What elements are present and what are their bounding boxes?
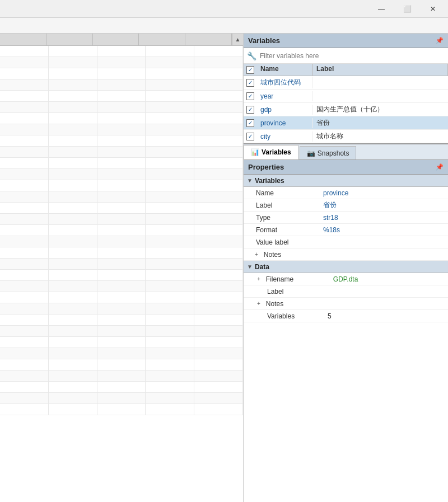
grid-cell [146, 348, 194, 359]
table-row [0, 102, 243, 113]
prop-row-name: Value label [253, 237, 320, 247]
var-row[interactable]: ✓city城市名称 [244, 130, 448, 143]
prop-filename-row: + Filename GDP.dta [244, 273, 448, 285]
grid-cell [194, 191, 243, 202]
var-row[interactable]: ✓province省份 [244, 116, 448, 130]
header-name: Name [257, 64, 313, 76]
grid-cell [146, 404, 194, 415]
prop-variables-section[interactable]: ▼ Variables [244, 175, 448, 187]
grid-cell [146, 46, 194, 57]
prop-row: Label省份 [244, 199, 448, 212]
checkbox-icon: ✓ [246, 133, 254, 140]
grid-cell [49, 46, 97, 57]
var-label: 城市名称 [313, 130, 448, 142]
prop-data-section[interactable]: ▼ Data [244, 261, 448, 273]
grid-cell [194, 147, 243, 157]
grid-cell [146, 79, 194, 90]
tab-snapshots[interactable]: 📷Snapshots [300, 146, 357, 159]
grid-cell [0, 315, 49, 325]
table-row [0, 404, 243, 415]
data-notes-icon: + [257, 301, 260, 307]
grid-cell [49, 281, 97, 292]
grid-cell [146, 225, 194, 236]
grid-cell [97, 337, 146, 348]
grid-cell [146, 292, 194, 303]
data-grid-panel: ▲ [0, 34, 244, 502]
table-row [0, 158, 243, 169]
variables-tab-label: Variables [262, 148, 291, 156]
grid-cell [146, 169, 194, 180]
pin-icon[interactable]: 📌 [436, 37, 444, 44]
grid-cell [146, 259, 194, 269]
grid-cell [0, 180, 49, 191]
grid-cell [0, 158, 49, 168]
var-name: city [257, 132, 313, 142]
grid-cell [146, 113, 194, 124]
tab-variables[interactable]: 📊Variables [244, 145, 298, 159]
table-row [0, 68, 243, 79]
grid-cell [194, 259, 243, 269]
grid-cell [97, 359, 146, 370]
table-row [0, 292, 243, 303]
table-row [0, 79, 243, 91]
grid-cell [194, 359, 243, 370]
var-checkbox[interactable]: ✓ [244, 106, 257, 114]
var-checkbox[interactable]: ✓ [244, 92, 257, 100]
grid-cell [49, 259, 97, 269]
filter-icon: 🔧 [247, 51, 256, 60]
grid-cell [146, 359, 194, 370]
grid-cell [97, 281, 146, 292]
grid-cell [97, 102, 146, 112]
var-row[interactable]: ✓城市四位代码 [244, 76, 448, 90]
grid-cell [194, 382, 243, 392]
grid-cell [146, 236, 194, 247]
properties-pin-icon[interactable]: 📌 [436, 163, 444, 171]
grid-scroll-up[interactable]: ▲ [232, 34, 243, 45]
grid-cell [0, 46, 49, 57]
grid-cell [146, 247, 194, 258]
grid-cell [146, 91, 194, 101]
grid-cell [0, 326, 49, 336]
grid-cell [146, 102, 194, 112]
prop-row: Value label [244, 236, 448, 248]
prop-variables-count-row: Variables 5 [244, 310, 448, 322]
grid-cell [194, 315, 243, 325]
grid-cell [97, 348, 146, 359]
grid-cell [0, 259, 49, 269]
grid-cell [146, 270, 194, 280]
restore-button[interactable]: ⬜ [394, 0, 420, 18]
var-row[interactable]: ✓gdp国内生产总值（十亿） [244, 103, 448, 116]
grid-cell [0, 225, 49, 236]
var-row[interactable]: ✓year [244, 90, 448, 103]
prop-row: Format%18s [244, 224, 448, 236]
grid-cell [146, 191, 194, 202]
grid-cell [146, 382, 194, 392]
var-name: gdp [257, 105, 313, 115]
table-row [0, 46, 243, 57]
grid-cell [97, 326, 146, 336]
grid-cell [0, 370, 49, 381]
close-button[interactable]: ✕ [420, 0, 446, 18]
var-checkbox[interactable]: ✓ [244, 133, 257, 140]
grid-cell [146, 315, 194, 325]
grid-cell [49, 79, 97, 90]
grid-cell [49, 68, 97, 79]
grid-cell [0, 348, 49, 359]
grid-cell [194, 79, 243, 90]
grid-cell [49, 180, 97, 191]
var-checkbox[interactable]: ✓ [244, 119, 257, 127]
filter-input[interactable] [260, 52, 445, 60]
grid-cell [146, 370, 194, 381]
grid-cell [49, 359, 97, 370]
var-checkbox[interactable]: ✓ [244, 79, 257, 87]
grid-cell [97, 270, 146, 280]
minimize-button[interactable]: — [368, 0, 394, 18]
prop-datalabel-value [324, 290, 448, 293]
menu-bar [0, 18, 448, 34]
grid-cell [97, 393, 146, 404]
grid-cell [146, 326, 194, 336]
table-row [0, 270, 243, 281]
grid-cell [97, 180, 146, 191]
grid-cell [0, 337, 49, 348]
bottom-section: 📊Variables📷Snapshots Properties 📌 ▼ Vari… [244, 144, 448, 502]
